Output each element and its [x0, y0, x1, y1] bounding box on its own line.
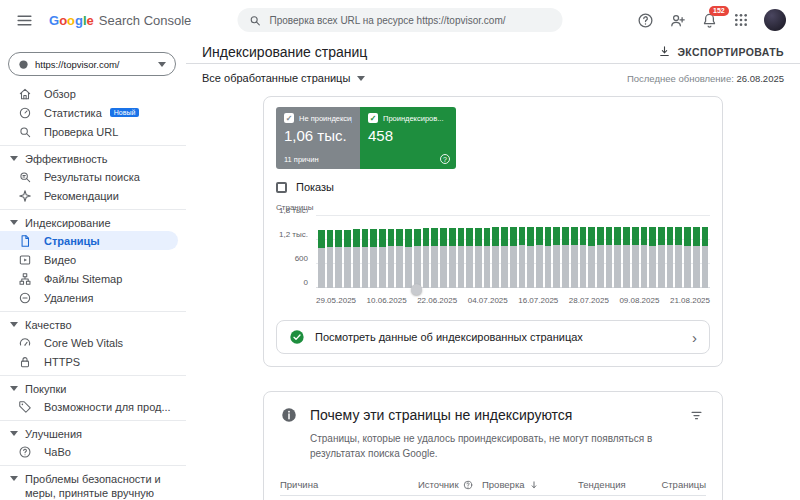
apps-grid-icon	[733, 12, 749, 28]
chart-bar[interactable]	[379, 229, 386, 288]
y-tick-label: 1,2 тыс.	[279, 230, 308, 239]
help-icon[interactable]: ?	[440, 154, 450, 164]
cwv-icon	[18, 336, 32, 350]
sidebar-item-search[interactable]: Проверка URL	[0, 122, 186, 141]
column-check-sorted[interactable]: Проверка	[482, 479, 578, 490]
column-source[interactable]: Источник	[418, 479, 482, 490]
app-logo[interactable]: Google Search Console	[49, 13, 191, 28]
chart-bar[interactable]	[527, 227, 534, 288]
chart-bar[interactable]	[440, 228, 447, 288]
chart-bar[interactable]	[501, 227, 508, 288]
chart-bar[interactable]	[370, 229, 377, 288]
chevron-down-icon	[357, 76, 365, 81]
help-button[interactable]	[637, 12, 654, 29]
chart-bar[interactable]	[545, 227, 552, 288]
chart-bar[interactable]	[405, 229, 412, 288]
chart-bar[interactable]	[475, 228, 482, 288]
last-update: Последнее обновление: 26.08.2025	[627, 73, 784, 84]
view-indexed-data-banner[interactable]: Посмотреть данные об индексированных стр…	[276, 320, 710, 354]
unchecked-checkbox-icon	[276, 182, 287, 193]
column-reason[interactable]: Причина	[280, 479, 418, 490]
chart-scrubber-handle[interactable]	[411, 284, 422, 295]
sidebar-item-faq[interactable]: ЧаВо	[0, 442, 186, 461]
not-indexed-toggle[interactable]: ✓ Не проиндексир... 1,06 тыс. 11 причин	[276, 107, 360, 169]
chart-bar[interactable]	[327, 230, 334, 288]
sidebar-item-lock[interactable]: HTTPS	[0, 352, 186, 371]
apps-grid-button[interactable]	[733, 12, 749, 28]
chart-bar[interactable]	[388, 229, 395, 288]
sidebar-item-pages[interactable]: Страницы	[0, 231, 178, 250]
y-tick-label: 1,8 тыс.	[279, 206, 308, 215]
sidebar-section-header[interactable]: Эффективность	[0, 150, 186, 167]
sidebar-item-cwv[interactable]: Core Web Vitals	[0, 333, 186, 352]
chart-bar[interactable]	[571, 227, 578, 288]
export-button[interactable]: ЭКСПОРТИРОВАТЬ	[658, 45, 784, 58]
chart-bar[interactable]	[396, 229, 403, 288]
column-pages[interactable]: Страницы	[650, 479, 706, 490]
chart-bar[interactable]	[675, 227, 682, 288]
chart-bar[interactable]	[693, 227, 700, 288]
chart-bar[interactable]	[658, 227, 665, 288]
chevron-down-icon	[158, 62, 166, 67]
sidebar-item-home[interactable]: Обзор	[0, 84, 186, 103]
chart-bar[interactable]	[484, 228, 491, 288]
chart-bar[interactable]	[335, 230, 342, 288]
chart-bar[interactable]	[536, 227, 543, 288]
sidebar-section-header[interactable]: Индексирование	[0, 214, 186, 231]
chart-bar[interactable]	[623, 227, 630, 288]
menu-icon[interactable]	[14, 10, 35, 31]
chart-bar[interactable]	[318, 230, 325, 288]
chart-bar[interactable]	[632, 227, 639, 288]
chart-bar[interactable]	[344, 230, 351, 288]
issues-table-row[interactable]: Не найдено (404)СайтНе начато290	[280, 496, 706, 500]
chart-bar[interactable]	[649, 227, 656, 288]
content-scroll[interactable]: ✓ Не проиндексир... 1,06 тыс. 11 причин …	[186, 92, 800, 500]
sidebar-section-header[interactable]: Улучшения	[0, 425, 186, 442]
chart-bar[interactable]	[597, 227, 604, 288]
chart-bar[interactable]	[606, 227, 613, 288]
chart-bar[interactable]	[362, 229, 369, 288]
filter-button[interactable]	[687, 406, 706, 425]
sidebar-item-sparkle[interactable]: Рекомендации	[0, 186, 186, 205]
sidebar-item-tag[interactable]: Возможности для прод...	[0, 397, 186, 416]
feedback-user-button[interactable]	[669, 12, 686, 29]
property-selector[interactable]: https://topvisor.com/	[8, 52, 176, 76]
sidebar-item-insights[interactable]: СтатистикаНовый	[0, 103, 186, 122]
chart-bar[interactable]	[492, 227, 499, 288]
chart-bar[interactable]	[667, 227, 674, 288]
page-scope-dropdown[interactable]: Все обработанные страницы	[202, 72, 365, 84]
chart-bar[interactable]	[553, 227, 560, 288]
chart-bar[interactable]	[414, 229, 421, 288]
notifications-button[interactable]: 152	[701, 12, 718, 29]
chart-bar[interactable]	[702, 227, 709, 288]
chart-bar[interactable]	[562, 227, 569, 288]
column-trend[interactable]: Тенденция	[578, 479, 650, 490]
sidebar-section-header[interactable]: Проблемы безопасности и меры, принятые в…	[0, 470, 186, 500]
sidebar-item-removals[interactable]: Удаления	[0, 288, 186, 307]
sidebar-item-search-results[interactable]: Результаты поиска	[0, 167, 186, 186]
chart-bar[interactable]	[641, 227, 648, 288]
chart-bar[interactable]	[510, 227, 517, 288]
impressions-checkbox[interactable]: Показы	[276, 181, 710, 193]
indexed-toggle[interactable]: ✓ Проиндексиров... 458 ?	[360, 107, 456, 169]
chart-bar[interactable]	[588, 227, 595, 288]
url-inspection-searchbar[interactable]: Проверка всех URL на ресурсе https://top…	[238, 8, 563, 32]
y-axis-ticks: 06001,2 тыс.1,8 тыс.	[276, 216, 316, 288]
chart-bar[interactable]	[466, 228, 473, 288]
chart-bar[interactable]	[353, 229, 360, 288]
chart-bar[interactable]	[614, 227, 621, 288]
sidebar-item-video[interactable]: Видео	[0, 250, 186, 269]
chart-bar[interactable]	[458, 228, 465, 288]
chart-bar[interactable]	[423, 228, 430, 288]
chart-bar[interactable]	[684, 227, 691, 288]
chart-bar[interactable]	[580, 227, 587, 288]
sidebar: https://topvisor.com/ ОбзорСтатистикаНов…	[0, 40, 186, 500]
sidebar-section-header[interactable]: Качество	[0, 316, 186, 333]
sidebar-section-header[interactable]: Покупки	[0, 380, 186, 397]
chart-bar[interactable]	[431, 228, 438, 288]
chart-bar[interactable]	[519, 227, 526, 288]
sidebar-item-sitemap[interactable]: Файлы Sitemap	[0, 269, 186, 288]
account-avatar[interactable]	[764, 9, 786, 31]
new-badge: Новый	[110, 108, 140, 117]
chart-bar[interactable]	[449, 228, 456, 288]
